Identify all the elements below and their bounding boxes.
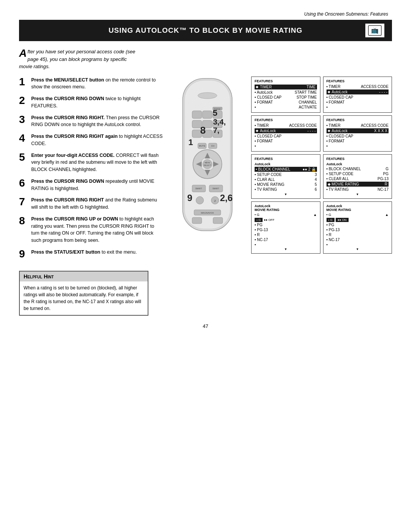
arrow-icon-4: ◆ bbox=[328, 129, 330, 133]
step-number-5: 5 bbox=[19, 152, 27, 163]
step-text-5: Enter your four-digit ACCESS CODE. CORRE… bbox=[31, 152, 164, 173]
screen-8-pg13: • PG-13 bbox=[327, 228, 389, 232]
title-icon: 📺 bbox=[365, 24, 384, 37]
drop-cap: A bbox=[19, 48, 27, 59]
screen-7-movie-rating: MOVIE RATING bbox=[255, 208, 317, 212]
steps-column: 1 Press the MENU/SELECT button on the re… bbox=[19, 77, 164, 316]
main-content: 1 Press the MENU/SELECT button on the re… bbox=[19, 77, 392, 316]
svg-rect-13 bbox=[213, 130, 222, 137]
screen-7-r: • R bbox=[255, 233, 317, 237]
screen-4-item-autolock: ◆ AutoLock X X X X bbox=[327, 128, 389, 133]
step-text-2: Press the CURSOR RING DOWN twice to high… bbox=[31, 95, 164, 110]
svg-point-4 bbox=[198, 93, 217, 99]
step-6: 6 Press the CURSOR RING DOWN repeatedly … bbox=[19, 178, 164, 192]
step-7: 7 Press the CURSOR RING RIGHT and the Ra… bbox=[19, 197, 164, 211]
intro-text: fter you have set your personal access c… bbox=[19, 49, 135, 69]
screen-4-item-format: • FORMAT bbox=[327, 139, 389, 143]
title-bar: Using AutoLock™ to Block by Movie Rating… bbox=[19, 20, 392, 41]
svg-rect-12 bbox=[202, 130, 212, 137]
svg-text:SMART: SMART bbox=[195, 187, 202, 190]
screen-3-title: Features bbox=[255, 118, 317, 122]
hint-box: Helpful Hint When a rating is set to be … bbox=[19, 271, 148, 316]
svg-text:SELECT: SELECT bbox=[204, 164, 211, 166]
screen-row-4: AutoLock MOVIE RATING • G ▲ • G ●● OFF •… bbox=[251, 201, 392, 254]
screen-1-item-closedcap: • CLOSED CAP STOP TIME bbox=[255, 95, 317, 99]
screen-6-block-channel: • BLOCK CHANNEL G bbox=[327, 167, 389, 171]
step-number-1: 1 bbox=[19, 77, 27, 87]
step-3: 3 Press the CURSOR RING RIGHT. Then pres… bbox=[19, 114, 164, 129]
screen-2-item-autolock: ◆ AutoLock - - - - bbox=[327, 89, 389, 94]
step-number-8: 8 bbox=[19, 216, 27, 226]
svg-rect-6 bbox=[202, 111, 212, 118]
screen-2-item-closedcap: • CLOSED CAP bbox=[327, 95, 389, 99]
svg-rect-8 bbox=[192, 120, 202, 128]
screen-1-item-format: • FORMAT CHANNEL bbox=[255, 100, 317, 104]
screen-1-item-autolock: • AutoLock START TIME bbox=[255, 90, 317, 94]
screen-6-clear-all: • CLEAR ALL PG-13 bbox=[327, 177, 389, 181]
svg-point-33 bbox=[196, 197, 204, 204]
screen-5: Features AutoLock • BLOCK CHANNEL ●● 2 🔒… bbox=[251, 154, 320, 199]
step-number-3: 3 bbox=[19, 114, 27, 125]
screen-6-autolock: AutoLock bbox=[327, 162, 389, 166]
step-number-4: 4 bbox=[19, 133, 27, 144]
screen-7-blank: • bbox=[255, 243, 317, 247]
screen-2-item-blank: • bbox=[327, 105, 389, 109]
hint-title: Helpful Hint bbox=[20, 272, 148, 281]
screen-8-on-bar: • G ●● ON bbox=[327, 218, 389, 222]
screen-8-pg: • PG bbox=[327, 223, 389, 227]
screen-5-setup-code: • SETUP CODE 3 bbox=[255, 173, 317, 177]
screen-8-rating-bar: • G ▲ bbox=[327, 213, 389, 217]
screen-6-arrow-down: ▼ bbox=[327, 193, 389, 196]
svg-rect-39 bbox=[213, 217, 223, 224]
svg-rect-9 bbox=[202, 120, 212, 128]
hint-body: When a rating is set to be turned on (bl… bbox=[20, 281, 148, 315]
screen-8-movie-rating: MOVIE RATING bbox=[327, 208, 389, 212]
screen-5-arrow-down: ▼ bbox=[255, 193, 317, 196]
screen-6-setup-code: • SETUP CODE PG bbox=[327, 172, 389, 176]
screen-8: AutoLock MOVIE RATING • G ▲ • G ●● ON • … bbox=[323, 201, 392, 254]
step-5-bold: Enter your four-digit ACCESS CODE. bbox=[31, 153, 115, 158]
step-2: 2 Press the CURSOR RING DOWN twice to hi… bbox=[19, 95, 164, 110]
screen-8-blank: • bbox=[327, 243, 389, 247]
screen-1-item-timer: ◆ TIMER TIME bbox=[255, 85, 317, 89]
screen-6-movie-rating: ◆ MOVIE RATING R bbox=[327, 182, 389, 187]
svg-text:CH: CH bbox=[211, 145, 215, 147]
step-9: 9 Press the STATUS/EXIT button to exit t… bbox=[19, 249, 164, 259]
svg-rect-5 bbox=[192, 111, 202, 118]
svg-rect-10 bbox=[213, 120, 222, 128]
screen-8-r: • R bbox=[327, 233, 389, 237]
screen-7-pg13: • PG-13 bbox=[255, 228, 317, 232]
step-6-bold: Press the CURSOR RING DOWN bbox=[31, 179, 104, 184]
arrow-icon-2: ◆ bbox=[328, 90, 330, 94]
step-5: 5 Enter your four-digit ACCESS CODE. COR… bbox=[19, 152, 164, 173]
screen-7-arrow-down: ▼ bbox=[255, 248, 317, 251]
screen-2-item-timer: • TIMER ACCESS CODE bbox=[327, 85, 389, 89]
step-text-4: Press the CURSOR RING RIGHT again to hig… bbox=[31, 133, 164, 147]
page-number: 47 bbox=[19, 323, 392, 329]
step-9-rest: to exit the menu. bbox=[100, 249, 137, 255]
screen-5-tv-rating: • TV RATING 6 bbox=[255, 187, 317, 192]
arrow-icon-3: ◆ bbox=[256, 129, 258, 133]
step-number-2: 2 bbox=[19, 95, 27, 106]
svg-text:MUTE: MUTE bbox=[199, 145, 206, 147]
svg-text:MENU: MENU bbox=[205, 161, 210, 164]
svg-rect-7 bbox=[213, 111, 222, 118]
screen-5-autolock: AutoLock bbox=[255, 162, 317, 166]
step-number-9: 9 bbox=[19, 249, 27, 259]
screen-7-nc17: • NC-17 bbox=[255, 238, 317, 242]
remote-svg: Format MENU SELECT bbox=[171, 77, 244, 236]
step-8-bold: Press the CURSOR RING UP or DOWN bbox=[31, 216, 118, 222]
screen-4-item-timer: • TIMER ACCESS CODE bbox=[327, 123, 389, 128]
step-1-bold: Press the MENU/SELECT button bbox=[31, 77, 104, 83]
step-4: 4 Press the CURSOR RING RIGHT again to h… bbox=[19, 133, 164, 147]
screen-row-3: Features AutoLock • BLOCK CHANNEL ●● 2 🔒… bbox=[251, 154, 392, 199]
step-8: 8 Press the CURSOR RING UP or DOWN to hi… bbox=[19, 216, 164, 244]
screen-5-clar-all: • CLAR ALL 4 bbox=[255, 177, 317, 182]
screen-7-rating-bar: • G ▲ bbox=[255, 213, 317, 217]
section-header: Using the Onscreen Submenus: Features bbox=[19, 11, 392, 17]
screen-7-autolock: AutoLock bbox=[255, 204, 317, 208]
screen-6: Features AutoLock • BLOCK CHANNEL G • SE… bbox=[323, 154, 392, 199]
screen-3-item-timer: • TIMER ACCESS CODE bbox=[255, 123, 317, 128]
screen-6-tv-rating: • TV RATING NC-17 bbox=[327, 187, 389, 192]
step-number-6: 6 bbox=[19, 178, 27, 189]
